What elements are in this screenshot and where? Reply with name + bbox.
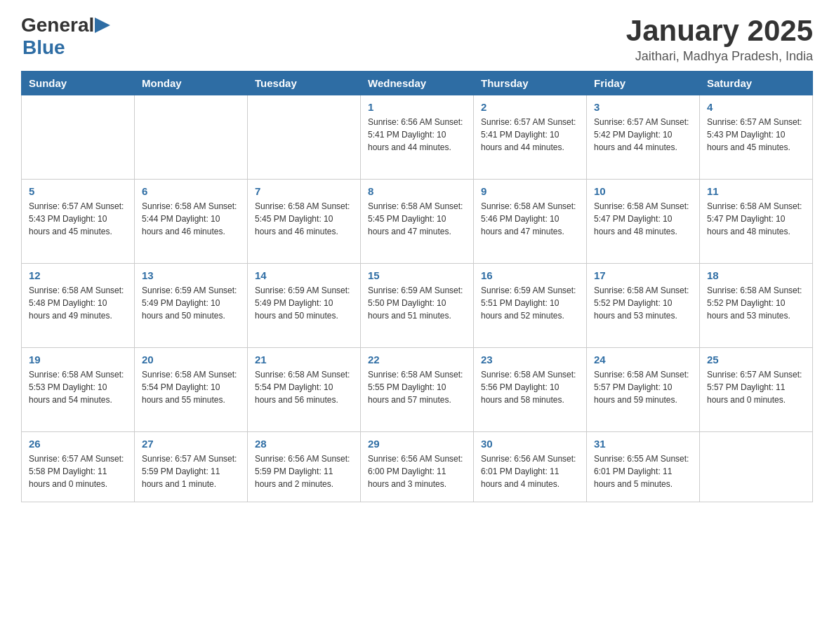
day-number: 26 — [29, 438, 127, 450]
day-number: 11 — [707, 185, 805, 197]
calendar-cell — [700, 432, 813, 502]
calendar-cell: 18Sunrise: 6:58 AM Sunset: 5:52 PM Dayli… — [700, 264, 813, 348]
day-number: 10 — [594, 185, 692, 197]
day-info: Sunrise: 6:58 AM Sunset: 5:48 PM Dayligh… — [29, 284, 127, 322]
day-number: 21 — [255, 354, 353, 365]
day-number: 13 — [142, 269, 240, 281]
day-number: 3 — [594, 101, 692, 113]
day-info: Sunrise: 6:56 AM Sunset: 5:59 PM Dayligh… — [255, 452, 353, 490]
column-header-sunday: Sunday — [22, 72, 135, 95]
calendar-cell: 30Sunrise: 6:56 AM Sunset: 6:01 PM Dayli… — [474, 432, 587, 502]
column-header-monday: Monday — [135, 72, 248, 95]
day-number: 19 — [29, 354, 127, 365]
calendar-header-row: SundayMondayTuesdayWednesdayThursdayFrid… — [22, 72, 813, 95]
day-number: 22 — [368, 354, 466, 365]
calendar-week-row: 26Sunrise: 6:57 AM Sunset: 5:58 PM Dayli… — [22, 432, 813, 502]
calendar-week-row: 12Sunrise: 6:58 AM Sunset: 5:48 PM Dayli… — [22, 264, 813, 348]
calendar-cell: 27Sunrise: 6:57 AM Sunset: 5:59 PM Dayli… — [135, 432, 248, 502]
day-number: 7 — [255, 185, 353, 197]
day-info: Sunrise: 6:56 AM Sunset: 5:41 PM Dayligh… — [368, 116, 466, 154]
day-number: 23 — [481, 354, 579, 365]
day-number: 17 — [594, 269, 692, 281]
calendar-cell: 4Sunrise: 6:57 AM Sunset: 5:43 PM Daylig… — [700, 95, 813, 180]
calendar-cell: 9Sunrise: 6:58 AM Sunset: 5:46 PM Daylig… — [474, 180, 587, 264]
logo-blue-text: Blue — [22, 36, 65, 58]
column-header-thursday: Thursday — [474, 72, 587, 95]
day-number: 6 — [142, 185, 240, 197]
calendar-cell: 24Sunrise: 6:58 AM Sunset: 5:57 PM Dayli… — [587, 348, 700, 432]
logo: General Blue — [21, 14, 111, 59]
day-number: 14 — [255, 269, 353, 281]
calendar-cell: 25Sunrise: 6:57 AM Sunset: 5:57 PM Dayli… — [700, 348, 813, 432]
day-info: Sunrise: 6:58 AM Sunset: 5:47 PM Dayligh… — [707, 200, 805, 238]
calendar-week-row: 5Sunrise: 6:57 AM Sunset: 5:43 PM Daylig… — [22, 180, 813, 264]
day-info: Sunrise: 6:57 AM Sunset: 5:43 PM Dayligh… — [707, 116, 805, 154]
day-number: 30 — [481, 438, 579, 450]
day-number: 16 — [481, 269, 579, 281]
column-header-wednesday: Wednesday — [361, 72, 474, 95]
day-info: Sunrise: 6:58 AM Sunset: 5:54 PM Dayligh… — [255, 368, 353, 406]
calendar-cell: 5Sunrise: 6:57 AM Sunset: 5:43 PM Daylig… — [22, 180, 135, 264]
calendar-week-row: 19Sunrise: 6:58 AM Sunset: 5:53 PM Dayli… — [22, 348, 813, 432]
day-info: Sunrise: 6:58 AM Sunset: 5:56 PM Dayligh… — [481, 368, 579, 406]
day-number: 5 — [29, 185, 127, 197]
day-info: Sunrise: 6:58 AM Sunset: 5:47 PM Dayligh… — [594, 200, 692, 238]
day-info: Sunrise: 6:56 AM Sunset: 6:00 PM Dayligh… — [368, 452, 466, 490]
day-info: Sunrise: 6:58 AM Sunset: 5:57 PM Dayligh… — [594, 368, 692, 406]
calendar-week-row: 1Sunrise: 6:56 AM Sunset: 5:41 PM Daylig… — [22, 95, 813, 180]
calendar-cell: 22Sunrise: 6:58 AM Sunset: 5:55 PM Dayli… — [361, 348, 474, 432]
calendar-cell: 13Sunrise: 6:59 AM Sunset: 5:49 PM Dayli… — [135, 264, 248, 348]
calendar-cell: 20Sunrise: 6:58 AM Sunset: 5:54 PM Dayli… — [135, 348, 248, 432]
calendar-cell — [135, 95, 248, 180]
calendar-cell: 7Sunrise: 6:58 AM Sunset: 5:45 PM Daylig… — [248, 180, 361, 264]
calendar-cell: 3Sunrise: 6:57 AM Sunset: 5:42 PM Daylig… — [587, 95, 700, 180]
page-header: General Blue January 2025 Jaithari, Madh… — [21, 14, 813, 64]
calendar-cell: 19Sunrise: 6:58 AM Sunset: 5:53 PM Dayli… — [22, 348, 135, 432]
day-number: 4 — [707, 101, 805, 113]
day-number: 9 — [481, 185, 579, 197]
calendar-cell: 6Sunrise: 6:58 AM Sunset: 5:44 PM Daylig… — [135, 180, 248, 264]
svg-marker-0 — [95, 18, 110, 33]
calendar-cell: 8Sunrise: 6:58 AM Sunset: 5:45 PM Daylig… — [361, 180, 474, 264]
calendar-cell: 15Sunrise: 6:59 AM Sunset: 5:50 PM Dayli… — [361, 264, 474, 348]
day-info: Sunrise: 6:58 AM Sunset: 5:52 PM Dayligh… — [594, 284, 692, 322]
column-header-tuesday: Tuesday — [248, 72, 361, 95]
day-number: 18 — [707, 269, 805, 281]
day-info: Sunrise: 6:57 AM Sunset: 5:59 PM Dayligh… — [142, 452, 240, 490]
calendar-cell — [22, 95, 135, 180]
day-info: Sunrise: 6:58 AM Sunset: 5:45 PM Dayligh… — [368, 200, 466, 238]
day-number: 12 — [29, 269, 127, 281]
day-number: 20 — [142, 354, 240, 365]
day-number: 1 — [368, 101, 466, 113]
day-info: Sunrise: 6:58 AM Sunset: 5:44 PM Dayligh… — [142, 200, 240, 238]
day-info: Sunrise: 6:58 AM Sunset: 5:53 PM Dayligh… — [29, 368, 127, 406]
calendar-cell: 29Sunrise: 6:56 AM Sunset: 6:00 PM Dayli… — [361, 432, 474, 502]
day-info: Sunrise: 6:58 AM Sunset: 5:52 PM Dayligh… — [707, 284, 805, 322]
day-info: Sunrise: 6:57 AM Sunset: 5:41 PM Dayligh… — [481, 116, 579, 154]
day-info: Sunrise: 6:59 AM Sunset: 5:49 PM Dayligh… — [255, 284, 353, 322]
calendar-cell: 17Sunrise: 6:58 AM Sunset: 5:52 PM Dayli… — [587, 264, 700, 348]
day-number: 2 — [481, 101, 579, 113]
day-info: Sunrise: 6:58 AM Sunset: 5:55 PM Dayligh… — [368, 368, 466, 406]
column-header-saturday: Saturday — [700, 72, 813, 95]
calendar-cell — [248, 95, 361, 180]
day-info: Sunrise: 6:58 AM Sunset: 5:46 PM Dayligh… — [481, 200, 579, 238]
day-info: Sunrise: 6:59 AM Sunset: 5:51 PM Dayligh… — [481, 284, 579, 322]
day-info: Sunrise: 6:58 AM Sunset: 5:45 PM Dayligh… — [255, 200, 353, 238]
calendar-cell: 1Sunrise: 6:56 AM Sunset: 5:41 PM Daylig… — [361, 95, 474, 180]
column-header-friday: Friday — [587, 72, 700, 95]
calendar-table: SundayMondayTuesdayWednesdayThursdayFrid… — [21, 71, 813, 502]
day-number: 27 — [142, 438, 240, 450]
day-number: 29 — [368, 438, 466, 450]
calendar-cell: 2Sunrise: 6:57 AM Sunset: 5:41 PM Daylig… — [474, 95, 587, 180]
calendar-cell: 21Sunrise: 6:58 AM Sunset: 5:54 PM Dayli… — [248, 348, 361, 432]
page-title: January 2025 — [626, 14, 813, 48]
day-info: Sunrise: 6:57 AM Sunset: 5:57 PM Dayligh… — [707, 368, 805, 406]
calendar-cell: 10Sunrise: 6:58 AM Sunset: 5:47 PM Dayli… — [587, 180, 700, 264]
day-number: 28 — [255, 438, 353, 450]
calendar-cell: 31Sunrise: 6:55 AM Sunset: 6:01 PM Dayli… — [587, 432, 700, 502]
day-number: 8 — [368, 185, 466, 197]
subtitle: Jaithari, Madhya Pradesh, India — [626, 49, 813, 64]
calendar-cell: 12Sunrise: 6:58 AM Sunset: 5:48 PM Dayli… — [22, 264, 135, 348]
day-number: 31 — [594, 438, 692, 450]
